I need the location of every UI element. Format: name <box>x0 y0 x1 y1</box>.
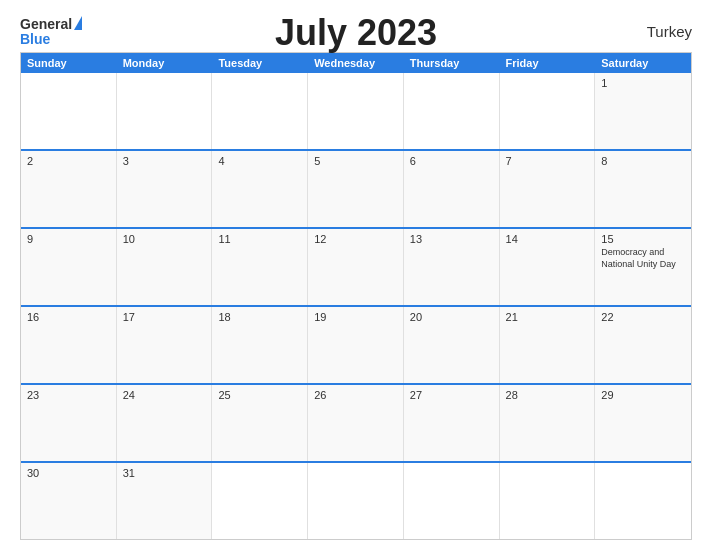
day-number: 11 <box>218 233 301 245</box>
calendar-header-cell: Thursday <box>404 53 500 73</box>
calendar-cell <box>21 73 117 149</box>
calendar-cell: 16 <box>21 307 117 383</box>
logo: General Blue <box>20 16 82 46</box>
calendar-cell: 15Democracy and National Unity Day <box>595 229 691 305</box>
calendar-cell <box>500 463 596 539</box>
calendar-cell <box>212 463 308 539</box>
day-number: 26 <box>314 389 397 401</box>
day-number: 15 <box>601 233 685 245</box>
page: General Blue July 2023 Turkey SundayMond… <box>0 0 712 550</box>
calendar-cell <box>117 73 213 149</box>
day-number: 24 <box>123 389 206 401</box>
day-number: 29 <box>601 389 685 401</box>
calendar-cell: 13 <box>404 229 500 305</box>
calendar-cell: 30 <box>21 463 117 539</box>
day-number: 3 <box>123 155 206 167</box>
day-number: 9 <box>27 233 110 245</box>
calendar-cell: 18 <box>212 307 308 383</box>
day-number: 22 <box>601 311 685 323</box>
calendar-header-cell: Friday <box>500 53 596 73</box>
calendar: SundayMondayTuesdayWednesdayThursdayFrid… <box>20 52 692 540</box>
calendar-cell: 20 <box>404 307 500 383</box>
day-number: 31 <box>123 467 206 479</box>
calendar-cell: 22 <box>595 307 691 383</box>
calendar-cell: 23 <box>21 385 117 461</box>
calendar-header-cell: Saturday <box>595 53 691 73</box>
calendar-cell: 7 <box>500 151 596 227</box>
calendar-header-cell: Sunday <box>21 53 117 73</box>
calendar-header-cell: Wednesday <box>308 53 404 73</box>
calendar-cell: 29 <box>595 385 691 461</box>
calendar-week: 9101112131415Democracy and National Unit… <box>21 227 691 305</box>
calendar-cell: 1 <box>595 73 691 149</box>
day-number: 20 <box>410 311 493 323</box>
calendar-cell <box>404 463 500 539</box>
calendar-cell: 27 <box>404 385 500 461</box>
day-number: 19 <box>314 311 397 323</box>
day-number: 13 <box>410 233 493 245</box>
calendar-week: 2345678 <box>21 149 691 227</box>
day-number: 27 <box>410 389 493 401</box>
calendar-header-cell: Monday <box>117 53 213 73</box>
day-number: 6 <box>410 155 493 167</box>
day-number: 4 <box>218 155 301 167</box>
day-number: 2 <box>27 155 110 167</box>
calendar-cell: 10 <box>117 229 213 305</box>
calendar-week: 16171819202122 <box>21 305 691 383</box>
month-title: July 2023 <box>275 12 437 54</box>
calendar-cell <box>308 463 404 539</box>
calendar-cell: 26 <box>308 385 404 461</box>
calendar-body: 123456789101112131415Democracy and Natio… <box>21 73 691 539</box>
calendar-cell: 8 <box>595 151 691 227</box>
logo-blue: Blue <box>20 32 50 46</box>
logo-general: General <box>20 17 72 31</box>
calendar-week: 23242526272829 <box>21 383 691 461</box>
day-number: 10 <box>123 233 206 245</box>
calendar-week: 3031 <box>21 461 691 539</box>
calendar-cell <box>595 463 691 539</box>
calendar-cell: 21 <box>500 307 596 383</box>
holiday-label: Democracy and National Unity Day <box>601 247 685 270</box>
calendar-cell <box>500 73 596 149</box>
calendar-cell: 31 <box>117 463 213 539</box>
calendar-cell: 17 <box>117 307 213 383</box>
day-number: 7 <box>506 155 589 167</box>
calendar-header-cell: Tuesday <box>212 53 308 73</box>
calendar-cell: 28 <box>500 385 596 461</box>
day-number: 18 <box>218 311 301 323</box>
logo-triangle-icon <box>74 16 82 30</box>
calendar-cell: 5 <box>308 151 404 227</box>
calendar-header: SundayMondayTuesdayWednesdayThursdayFrid… <box>21 53 691 73</box>
calendar-cell: 2 <box>21 151 117 227</box>
calendar-cell: 4 <box>212 151 308 227</box>
calendar-cell: 25 <box>212 385 308 461</box>
day-number: 30 <box>27 467 110 479</box>
day-number: 28 <box>506 389 589 401</box>
calendar-cell <box>212 73 308 149</box>
calendar-cell: 14 <box>500 229 596 305</box>
day-number: 1 <box>601 77 685 89</box>
calendar-cell: 9 <box>21 229 117 305</box>
country-label: Turkey <box>647 23 692 40</box>
day-number: 16 <box>27 311 110 323</box>
day-number: 12 <box>314 233 397 245</box>
calendar-cell: 12 <box>308 229 404 305</box>
header: General Blue July 2023 Turkey <box>20 16 692 46</box>
calendar-week: 1 <box>21 73 691 149</box>
day-number: 23 <box>27 389 110 401</box>
day-number: 25 <box>218 389 301 401</box>
day-number: 17 <box>123 311 206 323</box>
calendar-cell: 6 <box>404 151 500 227</box>
day-number: 14 <box>506 233 589 245</box>
day-number: 5 <box>314 155 397 167</box>
calendar-cell <box>404 73 500 149</box>
day-number: 8 <box>601 155 685 167</box>
calendar-cell: 19 <box>308 307 404 383</box>
calendar-cell: 3 <box>117 151 213 227</box>
calendar-cell: 24 <box>117 385 213 461</box>
day-number: 21 <box>506 311 589 323</box>
calendar-cell <box>308 73 404 149</box>
calendar-cell: 11 <box>212 229 308 305</box>
